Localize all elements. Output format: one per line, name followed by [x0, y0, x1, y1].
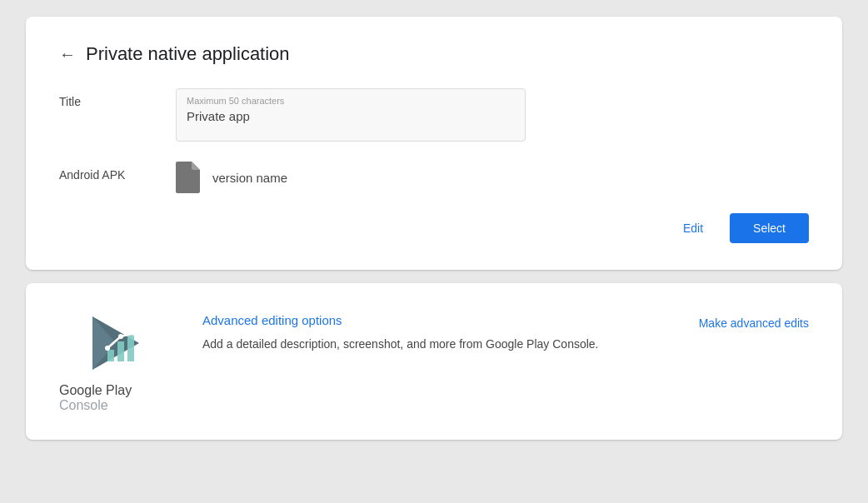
advanced-description: Add a detailed description, screenshot, … [202, 336, 672, 353]
title-label: Title [59, 88, 176, 108]
apk-label: Android APK [59, 162, 176, 182]
title-input-value: Private app [187, 109, 515, 123]
svg-rect-3 [107, 350, 114, 361]
console-label: Console [59, 398, 108, 412]
advanced-card: Google Play Console Advanced editing opt… [26, 283, 842, 440]
advanced-actions: Make advanced edits [699, 310, 809, 333]
advanced-title: Advanced editing options [202, 313, 672, 327]
google-play-label: Google Play Console [59, 383, 176, 413]
apk-row: Android APK version name [59, 162, 809, 193]
back-button[interactable]: ← [59, 45, 76, 64]
file-icon [176, 162, 202, 193]
svg-point-6 [105, 346, 110, 351]
page-title: Private native application [86, 43, 290, 65]
main-card: ← Private native application Title Maxim… [26, 17, 842, 270]
title-field[interactable]: Maximum 50 characters Private app [176, 88, 526, 142]
svg-rect-4 [117, 341, 124, 361]
svg-rect-5 [127, 335, 134, 361]
select-button[interactable]: Select [730, 213, 809, 243]
title-input-wrapper[interactable]: Maximum 50 characters Private app [176, 88, 526, 142]
apk-field: version name [176, 162, 287, 193]
advanced-content: Advanced editing options Add a detailed … [202, 310, 672, 353]
edit-button[interactable]: Edit [670, 215, 716, 242]
google-label: Google Play [59, 383, 132, 397]
google-play-console-icon [84, 310, 151, 376]
card1-actions: Edit Select [59, 213, 809, 243]
svg-point-8 [132, 331, 137, 336]
title-row: Title Maximum 50 characters Private app [59, 88, 809, 142]
make-advanced-edits-button[interactable]: Make advanced edits [699, 313, 809, 333]
card1-header: ← Private native application [59, 43, 809, 65]
title-hint: Maximum 50 characters [187, 96, 515, 106]
svg-point-7 [118, 334, 123, 339]
apk-version: version name [212, 171, 287, 185]
google-play-logo: Google Play Console [59, 310, 176, 413]
